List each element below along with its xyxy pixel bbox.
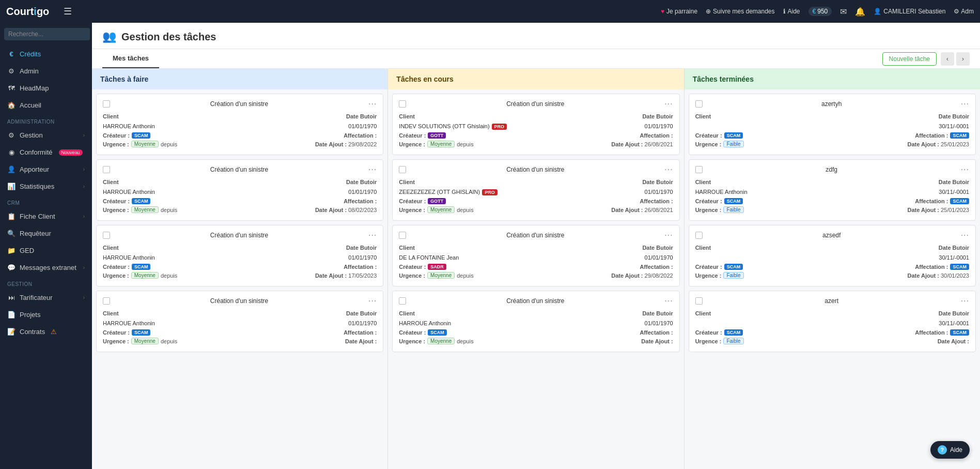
card-checkbox[interactable] — [695, 166, 703, 173]
card-menu-icon[interactable]: ··· — [368, 231, 377, 240]
card-checkbox[interactable] — [695, 232, 703, 239]
urgence-label: Urgence : — [695, 207, 722, 213]
sidebar-item-admin[interactable]: ⚙ Admin — [0, 63, 92, 80]
sidebar-item-projets[interactable]: 📄 Projets — [0, 306, 92, 323]
card-creator-row: Créateur : SCAM Affectation : — [103, 264, 377, 270]
sidebar-gestion-label: Gestion — [20, 131, 43, 139]
adm-menu[interactable]: ⚙ Adm — [954, 8, 974, 15]
creator-section: Créateur : SCAM — [103, 264, 150, 270]
affectation-label: Affectation : — [344, 264, 377, 270]
card-menu-icon[interactable]: ··· — [961, 99, 969, 109]
tab-mes-taches[interactable]: Mes tâches — [102, 49, 159, 68]
sidebar-item-requeteur[interactable]: 🔍 Requêteur — [0, 225, 92, 242]
task-card[interactable]: Création d'un sinistre ··· Client Date B… — [392, 291, 679, 352]
card-menu-icon[interactable]: ··· — [368, 165, 377, 174]
affectation-label: Affectation : — [640, 329, 673, 336]
parrainage-link[interactable]: ♥ Je parraine — [661, 8, 697, 15]
sidebar-item-conformite[interactable]: ◉ Conformité Nouveau — [0, 144, 92, 161]
sidebar-item-messages[interactable]: 💬 Messages extranet › — [0, 259, 92, 276]
card-menu-icon[interactable]: ··· — [368, 296, 377, 306]
card-checkbox[interactable] — [399, 297, 406, 305]
badge-scam: SCAM — [724, 198, 743, 204]
sidebar-item-credits[interactable]: € Crédits — [0, 46, 92, 63]
chevron-right-icon: › — [83, 167, 85, 172]
urgence-section: Urgence : Faible — [695, 338, 746, 344]
card-menu-icon[interactable]: ··· — [664, 231, 673, 240]
page-title-row: 👥 Gestion des tâches — [102, 30, 216, 43]
depuis-text: depuis — [457, 141, 473, 147]
task-card[interactable]: Création d'un sinistre ··· Client Date B… — [96, 94, 383, 155]
sidebar-item-headmap[interactable]: 🗺 HeadMap — [0, 80, 92, 97]
task-card[interactable]: Création d'un sinistre ··· Client Date B… — [96, 225, 383, 286]
card-checkbox[interactable] — [399, 100, 406, 108]
date-ajout-section: Date Ajout : 29/08/2022 — [611, 273, 673, 279]
creator-section: Créateur : SCAM — [399, 329, 446, 336]
task-card[interactable]: azsedf ··· Client Date Butoir 30/11/-000… — [689, 225, 976, 286]
logo-text: Courtigo — [6, 6, 49, 18]
createur-label: Créateur : — [695, 132, 722, 139]
task-card[interactable]: Création d'un sinistre ··· Client Date B… — [392, 159, 679, 221]
search-input[interactable] — [4, 28, 90, 40]
sidebar-item-accueil[interactable]: 🏠 Accueil — [0, 97, 92, 114]
card-checkbox[interactable] — [399, 166, 406, 173]
task-card[interactable]: Création d'un sinistre ··· Client Date B… — [96, 159, 383, 221]
card-checkbox[interactable] — [103, 232, 110, 239]
badge-scam: SCAM — [950, 329, 969, 336]
help-button[interactable]: ? Aide — [930, 441, 970, 459]
creator-section: Créateur : SADR — [399, 264, 446, 270]
card-checkbox[interactable] — [103, 166, 110, 173]
task-card[interactable]: azertyh ··· Client Date Butoir 30/11/-00… — [689, 94, 976, 155]
sidebar-item-apporteur[interactable]: 👤 Apporteur › — [0, 161, 92, 178]
aide-link[interactable]: ℹ Aide — [783, 8, 800, 15]
card-menu-icon[interactable]: ··· — [664, 99, 673, 109]
card-checkbox[interactable] — [399, 232, 406, 239]
task-card[interactable]: azert ··· Client Date Butoir 30/11/-0001 — [689, 291, 976, 352]
suivre-link[interactable]: ⊕ Suivre mes demandes — [706, 8, 774, 15]
badge-gott: GOTT — [428, 132, 446, 139]
card-menu-icon[interactable]: ··· — [368, 99, 377, 109]
section-gestion: GESTION — [0, 276, 92, 289]
sidebar-apporteur-label: Apporteur — [20, 165, 49, 173]
card-menu-icon[interactable]: ··· — [961, 296, 969, 306]
sidebar-item-gestion[interactable]: ⚙ Gestion › — [0, 127, 92, 144]
prev-arrow-button[interactable]: ‹ — [941, 52, 954, 66]
mail-icon[interactable]: ✉ — [840, 7, 847, 17]
card-checkbox[interactable] — [103, 100, 110, 108]
card-menu-icon[interactable]: ··· — [664, 165, 673, 174]
sidebar-item-contrats[interactable]: 📝 Contrats ⚠ — [0, 323, 92, 340]
card-client-value-row: ZEEZEZEZEZ (OTT GHISLAIN)PRO 01/01/1970 — [399, 188, 673, 195]
card-checkbox[interactable] — [695, 297, 703, 305]
user-menu[interactable]: 👤 CAMILLERI Sebastien — [874, 8, 945, 15]
hamburger-icon[interactable]: ☰ — [64, 6, 72, 17]
card-creator-row: Créateur : SCAM Affectation : — [103, 329, 377, 336]
bell-icon[interactable]: 🔔 — [855, 7, 865, 17]
nouvelle-tache-button[interactable]: Nouvelle tâche — [882, 52, 937, 66]
task-card[interactable]: Création d'un sinistre ··· Client Date B… — [392, 94, 679, 155]
card-checkbox[interactable] — [103, 297, 110, 305]
card-menu-icon[interactable]: ··· — [961, 165, 969, 174]
credits-display[interactable]: € 950 — [808, 7, 832, 16]
sidebar-item-fiche-client[interactable]: 📋 Fiche Client › — [0, 208, 92, 225]
card-creator-row: Créateur : SCAM Affectation : SCAM — [695, 132, 969, 139]
home-icon: 🏠 — [7, 101, 15, 109]
card-client-value-row: HARROUE Anthonin 30/11/-0001 — [695, 188, 969, 195]
next-arrow-button[interactable]: › — [956, 52, 970, 66]
urgence-label: Urgence : — [103, 338, 129, 344]
card-checkbox[interactable] — [695, 100, 703, 108]
affectation-label: Affectation : — [915, 329, 948, 336]
task-card[interactable]: zdfg ··· Client Date Butoir HARROUE Anth… — [689, 159, 976, 221]
createur-label: Créateur : — [695, 198, 722, 204]
task-card[interactable]: Création d'un sinistre ··· Client Date B… — [96, 291, 383, 352]
sidebar-item-statistiques[interactable]: 📊 Statistiques › — [0, 178, 92, 195]
sidebar-item-tarificateur[interactable]: ⏭ Tarificateur › — [0, 289, 92, 306]
card-menu-icon[interactable]: ··· — [961, 231, 969, 240]
parrainage-label: Je parraine — [666, 8, 697, 15]
affectation-section: Affectation : — [640, 329, 673, 336]
task-card[interactable]: Création d'un sinistre ··· Client Date B… — [392, 225, 679, 286]
id-card-icon: 📋 — [7, 213, 15, 220]
card-menu-icon[interactable]: ··· — [664, 296, 673, 306]
adm-label: Adm — [961, 8, 974, 15]
creator-section: Créateur : SCAM — [695, 329, 743, 336]
logo[interactable]: Courtigo — [6, 6, 49, 18]
sidebar-item-ged[interactable]: 📁 GED — [0, 242, 92, 259]
